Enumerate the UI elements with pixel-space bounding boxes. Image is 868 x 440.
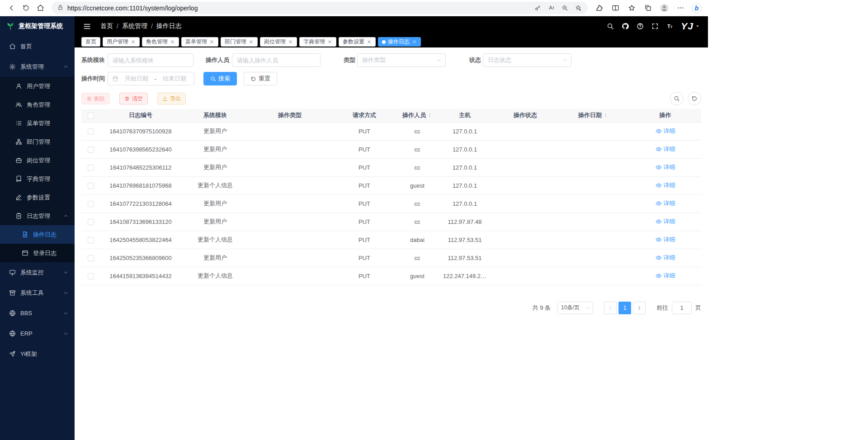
row-checkbox[interactable] [88, 128, 94, 135]
sort-icon[interactable] [603, 112, 608, 118]
zoom-out-icon[interactable] [561, 5, 568, 11]
eye-icon [656, 182, 662, 189]
next-page-button[interactable] [633, 302, 646, 314]
chevron-down-icon [562, 57, 567, 63]
table-search-button[interactable] [670, 92, 684, 105]
date-range-picker[interactable]: 开始日期 - 结束日期 [108, 72, 194, 85]
row-checkbox[interactable] [88, 165, 94, 171]
sidebar-item[interactable]: 系统工具 [0, 283, 75, 303]
search-icon[interactable] [607, 23, 614, 30]
user-logo[interactable]: YJ [681, 21, 693, 32]
sidebar-item[interactable]: Yi框架 [0, 344, 75, 364]
close-icon[interactable] [209, 39, 214, 44]
browser-nav-button[interactable] [33, 1, 47, 15]
detail-link[interactable]: 详细 [656, 218, 675, 226]
cell-method: PUT [330, 213, 399, 231]
caret-down-icon[interactable] [695, 24, 700, 28]
view-tab[interactable]: 用户管理 [103, 37, 140, 47]
key-icon[interactable] [534, 5, 541, 11]
page-size-select[interactable]: 10条/页 [557, 302, 593, 314]
browser-nav-button[interactable] [19, 1, 33, 15]
cell-log-id: 1642505235366809600 [100, 249, 181, 267]
sidebar-item[interactable]: 字典管理 [0, 170, 75, 188]
row-checkbox[interactable] [88, 273, 94, 279]
row-checkbox[interactable] [88, 201, 94, 207]
search-button[interactable]: 搜索 [203, 72, 237, 85]
sidebar-item[interactable]: BBS [0, 303, 75, 323]
cell-type [250, 158, 330, 176]
font-size-icon[interactable]: TT [666, 23, 674, 30]
sidebar-item[interactable]: 首页 [0, 36, 75, 57]
close-icon[interactable] [412, 39, 417, 44]
type-select[interactable]: 操作类型 [357, 53, 446, 67]
sidebar-item[interactable]: 操作日志 [0, 225, 75, 244]
row-checkbox[interactable] [88, 255, 94, 261]
breadcrumb-item[interactable]: 首页 [100, 22, 113, 30]
detail-link[interactable]: 详细 [656, 199, 675, 208]
status-select[interactable]: 日志状态 [483, 53, 571, 67]
star-plus-icon[interactable] [575, 5, 582, 11]
sidebar-item[interactable]: 系统管理 [0, 57, 75, 77]
view-tab[interactable]: 岗位管理 [260, 37, 297, 47]
table-refresh-button[interactable] [688, 92, 701, 105]
close-icon[interactable] [288, 39, 293, 44]
operator-input[interactable] [232, 53, 321, 67]
row-checkbox[interactable] [88, 219, 94, 225]
close-icon[interactable] [327, 39, 332, 44]
detail-link[interactable]: 详细 [656, 236, 675, 244]
sidebar-item[interactable]: 日志管理 [0, 207, 75, 225]
menu-fold-icon[interactable] [83, 22, 91, 31]
page-number[interactable]: 1 [618, 302, 631, 314]
detail-link[interactable]: 详细 [656, 254, 675, 262]
detail-link[interactable]: 详细 [656, 127, 675, 135]
sidebar-item[interactable]: 部门管理 [0, 132, 75, 151]
sidebar-item[interactable]: 用户管理 [0, 77, 75, 95]
detail-link[interactable]: 详细 [656, 163, 675, 171]
sidebar-item[interactable]: 菜单管理 [0, 114, 75, 132]
close-icon[interactable] [131, 39, 136, 44]
github-icon[interactable] [622, 23, 629, 30]
view-tab[interactable]: 部门管理 [221, 37, 258, 47]
breadcrumb-item[interactable]: 操作日志 [156, 22, 182, 30]
sidebar-item[interactable]: 登录日志 [0, 244, 75, 262]
fullscreen-icon[interactable] [651, 23, 659, 30]
table-column-header: 操作 [629, 109, 701, 122]
module-input[interactable] [108, 53, 193, 67]
view-tab[interactable]: 首页 [81, 37, 100, 47]
sidebar-item[interactable]: 岗位管理 [0, 151, 75, 170]
trash-icon [124, 96, 130, 101]
browser-nav-button[interactable] [5, 1, 18, 15]
row-checkbox[interactable] [88, 183, 94, 189]
clear-button[interactable]: 清空 [119, 93, 148, 104]
view-tab[interactable]: 操作日志 [378, 37, 421, 47]
chevron-left-icon [608, 305, 613, 311]
row-checkbox[interactable] [88, 237, 94, 243]
row-checkbox[interactable] [88, 147, 94, 153]
select-all-checkbox[interactable] [88, 113, 94, 119]
detail-link[interactable]: 详细 [656, 181, 675, 189]
view-tab[interactable]: 菜单管理 [181, 37, 218, 47]
sidebar-item[interactable]: 参数设置 [0, 188, 75, 207]
sort-icon[interactable] [427, 112, 432, 118]
read-aloud-icon[interactable] [548, 5, 555, 11]
prev-page-button[interactable] [604, 302, 617, 314]
close-icon[interactable] [170, 39, 175, 44]
detail-link[interactable]: 详细 [656, 145, 675, 153]
reset-button[interactable]: 重置 [244, 72, 277, 85]
sidebar-item[interactable]: 系统监控 [0, 262, 75, 283]
sidebar-item[interactable]: 角色管理 [0, 95, 75, 114]
question-icon[interactable] [637, 23, 644, 30]
sidebar-item[interactable]: ERP [0, 323, 75, 344]
close-icon[interactable] [367, 39, 372, 44]
breadcrumb-item[interactable]: 系统管理 [122, 22, 147, 30]
view-tab[interactable]: 参数设置 [339, 37, 376, 47]
close-icon[interactable] [249, 39, 254, 44]
goto-page-input[interactable] [672, 302, 692, 314]
view-tab[interactable]: 字典管理 [299, 37, 336, 47]
export-button[interactable]: 导出 [157, 93, 186, 104]
delete-button[interactable]: 删除 [81, 93, 110, 104]
cell-host: 112.97.87.48 [436, 213, 494, 231]
address-bar[interactable]: https://ccnetcore.com:1101/system/log/op… [52, 2, 588, 14]
view-tab[interactable]: 角色管理 [142, 37, 179, 47]
detail-link[interactable]: 详细 [656, 272, 675, 280]
